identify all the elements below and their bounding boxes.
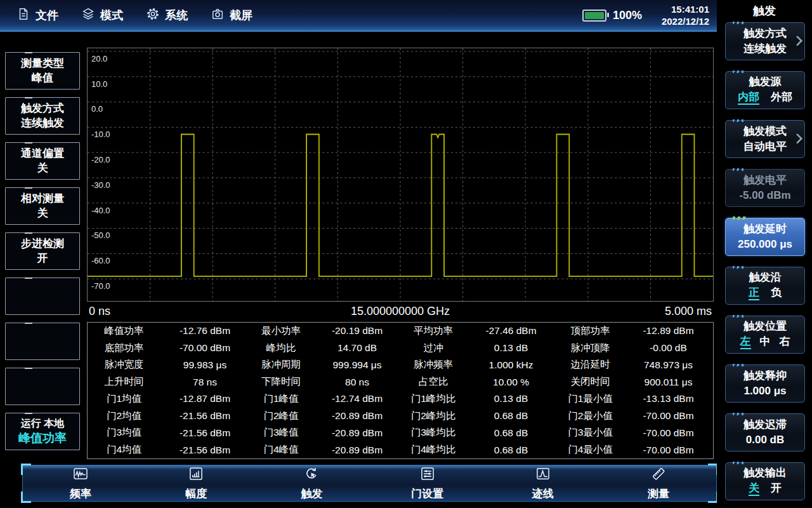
menu-item-file[interactable]: 文件 <box>16 7 58 24</box>
tab-label: 测量 <box>648 486 669 501</box>
option-center[interactable]: 中 <box>760 335 771 348</box>
measurement-label: 门3均值 <box>88 426 160 439</box>
clock: 15:41:01 2022/12/12 <box>648 3 709 28</box>
tab-trace[interactable]: 迹线 <box>485 465 601 501</box>
measurement-label: 边沿延时 <box>557 358 624 371</box>
measurement-value: -0.00 dB <box>624 342 713 354</box>
menu-item-mode[interactable]: 模式 <box>81 7 123 24</box>
button-value: 峰值 <box>32 72 53 84</box>
measurement-value: -21.56 dBm <box>160 427 249 439</box>
tab-trigger[interactable]: 触发 <box>254 465 369 501</box>
y-axis-tick: -40.0 <box>91 206 110 215</box>
trigger-mode-button[interactable]: 触发模式 自动电平 <box>725 120 805 158</box>
tab-gate-settings[interactable]: 门设置 <box>370 465 485 501</box>
x-axis-labels: 0 ns 15.000000000 GHz 5.000 ms <box>87 304 714 320</box>
measurement-value: 99.983 μs <box>160 359 249 371</box>
y-axis-tick: -70.0 <box>91 281 110 291</box>
trigger-delay-button[interactable]: 触发延时 250.000 μs <box>725 218 805 256</box>
trigger-source-button[interactable]: 触发源 内部 外部 <box>725 71 805 109</box>
measurement-label: 门3峰均比 <box>402 426 465 439</box>
option-internal[interactable]: 内部 <box>738 91 759 105</box>
measurement-value: 0.68 dB <box>465 444 557 456</box>
button-title: 触发方式 <box>21 102 64 115</box>
y-axis-tick: 10.0 <box>91 79 107 89</box>
button-title: 触发位置 <box>743 320 787 333</box>
measurement-value: -12.74 dBm <box>313 393 402 404</box>
measurement-value: 999.994 μs <box>313 359 402 371</box>
measurement-label: 脉冲宽度 <box>88 358 160 371</box>
relative-measure-button[interactable]: 相对测量 关 <box>5 187 80 225</box>
button-value: 1.000 μs <box>743 385 786 398</box>
menu-item-screenshot[interactable]: 截屏 <box>211 7 252 24</box>
measurement-value: -12.87 dBm <box>160 393 249 404</box>
top-bar: 文件 模式 系统 <box>0 0 717 32</box>
frequency-icon <box>72 465 89 485</box>
measurement-value: -12.89 dBm <box>624 325 713 337</box>
right-panel: 触发 触发方式 连续触发 触发源 内部 外部 触发模式 自动电平 触发电平 -5… <box>717 0 812 508</box>
trigger-position-button[interactable]: 触发位置 左 中 右 <box>725 316 805 354</box>
panel-title: 触发 <box>717 0 812 18</box>
y-axis-tick: 20.0 <box>91 54 107 64</box>
button-title: 触发释抑 <box>743 370 787 382</box>
measurement-value: 1.000 kHz <box>465 359 557 371</box>
y-axis-tick: -30.0 <box>91 180 110 190</box>
measurement-value: -70.00 dBm <box>624 427 713 439</box>
measurement-label: 门2峰均比 <box>402 410 465 423</box>
trigger-hysteresis-button[interactable]: 触发迟滞 0.00 dB <box>725 413 805 451</box>
measurement-value: -20.19 dBm <box>313 325 402 337</box>
trigger-way-button[interactable]: 触发方式 连续触发 <box>725 22 805 60</box>
trigger-output-button[interactable]: 触发输出 关 开 <box>725 462 805 500</box>
option-left[interactable]: 左 <box>740 335 751 350</box>
measurement-value: 0.68 dB <box>465 427 557 439</box>
button-title: 触发电平 <box>743 174 787 187</box>
status-area: 100% 15:41:01 2022/12/12 <box>582 3 717 28</box>
measurement-value: -21.56 dBm <box>160 410 249 422</box>
layers-icon <box>81 7 95 24</box>
measure-type-button[interactable]: 测量类型 峰值 <box>5 52 80 90</box>
option-negative[interactable]: 负 <box>771 286 782 299</box>
option-on[interactable]: 开 <box>771 482 782 495</box>
measurement-label: 门2均值 <box>88 410 160 423</box>
button-title: 触发模式 <box>743 125 787 138</box>
measurement-label: 过冲 <box>402 342 465 355</box>
option-right[interactable]: 右 <box>780 335 790 348</box>
button-title: 通道偏置 <box>21 147 64 160</box>
waveform-plot: 20.010.00.0-10.0-20.0-30.0-40.0-50.0-60.… <box>87 48 714 302</box>
measurement-label: 门1均值 <box>88 392 160 406</box>
chevron-right-icon <box>792 133 803 144</box>
trigger-holdoff-button[interactable]: 触发释抑 1.000 μs <box>725 364 805 403</box>
step-detect-button[interactable]: 步进检测 开 <box>5 232 80 270</box>
menu-item-system[interactable]: 系统 <box>146 7 188 24</box>
button-title: 相对测量 <box>21 192 64 205</box>
button-title: 触发输出 <box>743 467 787 479</box>
tab-measure[interactable]: 测量 <box>601 465 716 501</box>
tab-frequency[interactable]: 频率 <box>23 465 138 501</box>
measurement-value: -20.89 dBm <box>313 444 402 456</box>
menu-item-label: 文件 <box>36 8 58 23</box>
y-axis-tick: -50.0 <box>91 231 110 241</box>
top-menu: 文件 模式 系统 <box>0 7 252 24</box>
tab-amplitude[interactable]: 幅度 <box>138 465 254 501</box>
option-external[interactable]: 外部 <box>771 91 792 104</box>
measurement-value: 0.68 dB <box>465 410 557 422</box>
empty-slot <box>5 277 80 315</box>
option-positive[interactable]: 正 <box>749 286 759 301</box>
measurement-label: 脉冲顶降 <box>557 342 624 355</box>
measurement-value: -20.89 dBm <box>313 427 402 439</box>
menu-item-label: 模式 <box>100 8 123 23</box>
gate-settings-icon <box>419 465 436 485</box>
measurement-value: 78 ns <box>160 377 249 388</box>
option-off[interactable]: 关 <box>749 482 759 497</box>
channel-offset-button[interactable]: 通道偏置 关 <box>5 142 80 180</box>
measurement-value: 748.973 μs <box>624 359 713 371</box>
chevron-right-icon <box>792 36 803 46</box>
pulse-waveform: 20.010.00.0-10.0-20.0-30.0-40.0-50.0-60.… <box>88 48 713 301</box>
button-value: 关 <box>37 207 48 220</box>
measurement-label: 门1峰均比 <box>402 392 465 406</box>
measurement-label: 下降时间 <box>249 375 313 389</box>
trigger-edge-button[interactable]: 触发沿 正 负 <box>725 267 805 305</box>
trigger-mode-left-button[interactable]: 触发方式 连续触发 <box>5 97 80 135</box>
button-value: 自动电平 <box>743 140 787 153</box>
gear-icon <box>146 7 160 24</box>
button-value: 连续触发 <box>21 117 64 130</box>
